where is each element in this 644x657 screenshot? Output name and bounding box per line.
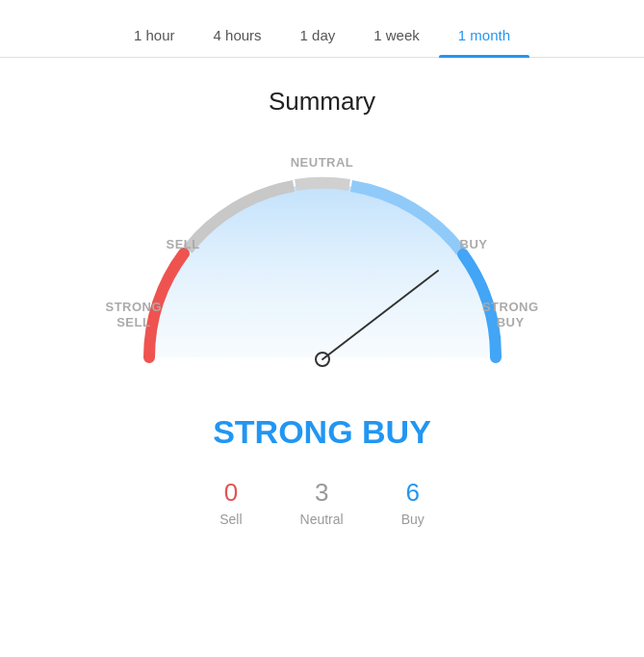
stat-sell: 0 Sell bbox=[219, 478, 242, 527]
stats-row: 0 Sell 3 Neutral 6 Buy bbox=[219, 478, 425, 527]
stat-buy-value: 6 bbox=[406, 478, 420, 508]
summary-section: Summary bbox=[0, 58, 644, 527]
summary-title: Summary bbox=[269, 87, 375, 117]
stat-sell-value: 0 bbox=[224, 478, 238, 508]
label-strong-sell: STRONGSELL bbox=[106, 300, 163, 329]
label-sell: SELL bbox=[167, 237, 200, 251]
tab-4hours[interactable]: 4 hours bbox=[194, 15, 281, 57]
result-label: STRONG BUY bbox=[213, 413, 431, 451]
label-neutral: NEUTRAL bbox=[291, 155, 354, 170]
stat-buy-label: Buy bbox=[401, 512, 425, 527]
gauge-svg bbox=[101, 145, 544, 386]
time-period-tabs: 1 hour 4 hours 1 day 1 week 1 month bbox=[0, 0, 644, 58]
stat-sell-label: Sell bbox=[219, 512, 242, 527]
tab-1week[interactable]: 1 week bbox=[354, 15, 439, 57]
label-strong-buy: STRONGBUY bbox=[482, 300, 539, 329]
tab-1hour[interactable]: 1 hour bbox=[115, 15, 194, 57]
label-buy: BUY bbox=[460, 237, 488, 251]
gauge-wrapper: NEUTRAL SELL BUY STRONGSELL STRONGBUY bbox=[101, 145, 544, 386]
stat-neutral-label: Neutral bbox=[300, 512, 344, 527]
tab-1month[interactable]: 1 month bbox=[439, 15, 529, 57]
stat-neutral-value: 3 bbox=[315, 478, 328, 508]
stat-neutral: 3 Neutral bbox=[300, 478, 344, 527]
tab-1day[interactable]: 1 day bbox=[281, 15, 355, 57]
stat-buy: 6 Buy bbox=[401, 478, 425, 527]
